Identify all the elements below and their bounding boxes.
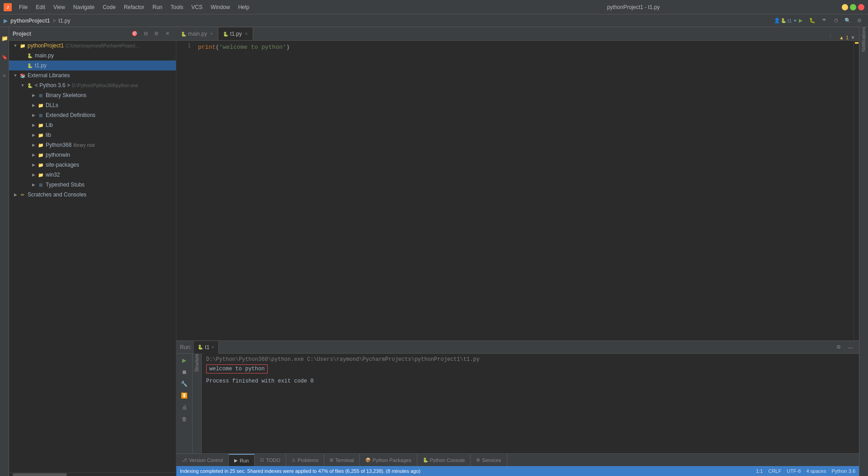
minimize-button[interactable]: —	[842, 4, 848, 10]
run-button[interactable]: ▶	[796, 16, 806, 26]
warnings-indicator[interactable]: ▲ 1 ▼	[839, 35, 859, 40]
collapse-all-button[interactable]: ⊟	[141, 29, 151, 39]
tabs-header: 🐍 main.py ✕ 🐍 t1.py ✕ ⋮ ▲ 1 ▼	[176, 27, 859, 41]
tab-problems[interactable]: ⚠ Problems	[286, 454, 324, 467]
run-config-selector[interactable]: 🐍 t1 ▼	[784, 16, 794, 26]
run-panel-header: Run: 🐍 t1 ✕ ⚙ —	[176, 341, 859, 354]
typeshed-label: Typeshed Stubs	[46, 182, 85, 188]
menu-edit[interactable]: Edit	[32, 2, 49, 12]
scroll-thumb	[13, 473, 67, 476]
separator: >	[52, 18, 56, 24]
status-right: 1:1 CRLF UTF-8 4 spaces Python 3.6	[756, 468, 855, 474]
run-header-actions: ⚙ —	[834, 342, 855, 352]
tab-close-t1[interactable]: ✕	[245, 32, 248, 36]
tree-item-main-py[interactable]: 🐍 main.py	[9, 51, 176, 61]
status-python-version[interactable]: Python 3.6	[831, 468, 855, 474]
hide-panel-button[interactable]: ✕	[162, 29, 172, 39]
panel-settings-button[interactable]: ⚙	[151, 29, 161, 39]
debug-button[interactable]: 🐛	[807, 16, 817, 26]
tree-item-site-packages[interactable]: ▶ 📁 site-packages	[9, 160, 176, 170]
menu-file[interactable]: File	[15, 2, 31, 12]
tab-close-main[interactable]: ✕	[210, 32, 213, 36]
tree-item-lib[interactable]: ▶ 📁 Lib	[9, 120, 176, 130]
search-everywhere-button[interactable]: 🔍	[843, 16, 853, 26]
tab-t1-py[interactable]: 🐍 t1.py ✕	[218, 28, 253, 40]
folder-pythonwin-icon: 📁	[37, 152, 44, 158]
menu-vcs[interactable]: VCS	[188, 2, 206, 12]
chevron-right-site: ▶	[31, 162, 36, 168]
run-tab-t1[interactable]: 🐍 t1 ✕	[194, 341, 219, 354]
tab-todo[interactable]: ☑ TODO	[255, 454, 286, 467]
t1-py-label: t1.py	[35, 62, 47, 69]
chevron-down-icon-py36: ▼	[20, 83, 25, 88]
maximize-button[interactable]: □	[850, 4, 856, 10]
external-libs-label: External Libraries	[28, 72, 70, 79]
tree-item-pythonwin[interactable]: ▶ 📁 pythonwin	[9, 150, 176, 160]
status-encoding[interactable]: UTF-8	[787, 468, 801, 474]
status-line-col[interactable]: 1:1	[756, 468, 763, 474]
horizontal-scrollbar[interactable]	[9, 472, 176, 476]
rerun-button[interactable]: ▶	[179, 355, 189, 365]
menu-run[interactable]: Run	[149, 2, 166, 12]
tree-item-extended-defs[interactable]: ▶ ⊞ Extended Definitions	[9, 110, 176, 120]
tree-item-external-libs[interactable]: ▼ 📚 External Libraries	[9, 70, 176, 80]
profile-button[interactable]: ⏱	[831, 16, 841, 26]
tab-python-packages[interactable]: 📦 Python Packages	[360, 454, 417, 467]
structure-sidebar: Structure	[193, 354, 202, 453]
chevron-right-lib: ▶	[31, 122, 36, 128]
structure-icon-left[interactable]: ≡	[1, 67, 8, 85]
print-button[interactable]: 🖨	[179, 402, 189, 412]
locate-file-button[interactable]: 🎯	[130, 29, 140, 39]
code-editor[interactable]: print('welcome to python')	[194, 41, 854, 341]
spacer	[20, 53, 25, 58]
tree-item-t1-py[interactable]: 🐍 t1.py	[9, 61, 176, 70]
project-icon[interactable]: 📁	[1, 29, 8, 47]
external-libs-icon: 📚	[19, 72, 26, 79]
scroll-end-button[interactable]: ⏬	[179, 391, 189, 401]
scratches-icon: ✏	[19, 191, 26, 198]
close-button[interactable]: ×	[858, 4, 864, 10]
coverage-button[interactable]: ☂	[819, 16, 829, 26]
app-logo: J	[4, 3, 12, 11]
bottom-toolbar: ⎇ Version Control ▶ Run ☑ TODO ⚠ Problem…	[176, 453, 859, 466]
tree-item-win32[interactable]: ▶ 📁 win32	[9, 170, 176, 180]
lib-lower-label: lib	[46, 132, 51, 138]
menu-refactor[interactable]: Refactor	[120, 2, 148, 12]
tree-root-project[interactable]: ▼ 📁 pythonProject1 C:\Users\raymond\Pych…	[9, 41, 176, 51]
run-settings-button[interactable]: ⚙	[834, 342, 844, 352]
wrench-button[interactable]: 🔧	[179, 379, 189, 389]
tree-item-lib-lower[interactable]: ▶ 📁 lib	[9, 130, 176, 140]
trash-button[interactable]: 🗑	[179, 414, 189, 424]
tree-item-python36[interactable]: ▼ 🐍 < Python 3.6 > D:\Python\Python368\p…	[9, 80, 176, 90]
tab-run[interactable]: ▶ Run	[229, 454, 255, 467]
tree-item-dlls[interactable]: ▶ 📁 DLLs	[9, 100, 176, 110]
status-line-ending[interactable]: CRLF	[768, 468, 781, 474]
tab-services[interactable]: ⚙ Services	[471, 454, 507, 467]
run-tab-close[interactable]: ✕	[211, 345, 215, 350]
tab-version-control[interactable]: ⎇ Version Control	[176, 454, 229, 467]
tree-item-scratches[interactable]: ▶ ✏ Scratches and Consoles	[9, 190, 176, 200]
tabs-more-button[interactable]: ⋮	[826, 30, 835, 40]
bookmark-icon[interactable]: 🔖	[1, 48, 8, 66]
tree-item-python368[interactable]: ▶ 📁 Python368 library root	[9, 140, 176, 150]
menu-navigate[interactable]: Navigate	[70, 2, 98, 12]
tab-terminal[interactable]: ⊞ Terminal	[324, 454, 360, 467]
status-indent[interactable]: 4 spaces	[806, 468, 826, 474]
settings-button[interactable]: ⚙	[854, 16, 864, 26]
tree-item-typeshed[interactable]: ▶ ⊞ Typeshed Stubs	[9, 180, 176, 190]
editor-content-area[interactable]: 1 print('welcome to python')	[176, 41, 859, 341]
menu-tools[interactable]: Tools	[167, 2, 187, 12]
menu-code[interactable]: Code	[99, 2, 119, 12]
tab-python-console[interactable]: 🐍 Python Console	[417, 454, 471, 467]
menu-help[interactable]: Help	[235, 2, 253, 12]
menu-view[interactable]: View	[50, 2, 69, 12]
warnings-expand[interactable]: ▼	[850, 35, 855, 40]
version-control-icon: ⎇	[182, 457, 187, 462]
code-line-1: print('welcome to python')	[198, 42, 850, 51]
menu-window[interactable]: Window	[207, 2, 234, 12]
folder-py368-icon: 📁	[37, 142, 44, 148]
tab-main-py[interactable]: 🐍 main.py ✕	[176, 28, 218, 40]
tree-item-binary-skeletons[interactable]: ▶ ⊞ Binary Skeletons	[9, 90, 176, 100]
run-minimize-button[interactable]: —	[845, 342, 855, 352]
stop-button[interactable]: ⏹	[179, 367, 189, 377]
